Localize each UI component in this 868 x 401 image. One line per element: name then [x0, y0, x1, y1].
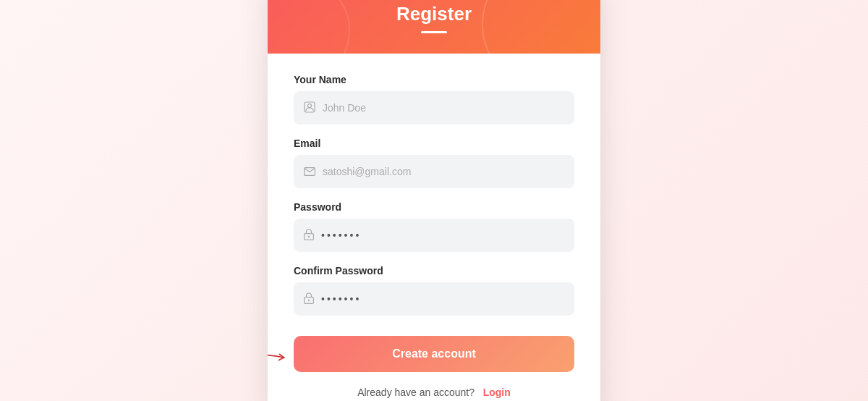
svg-point-1	[308, 104, 312, 107]
confirm-password-input[interactable]	[321, 293, 564, 305]
confirm-password-label: Confirm Password	[294, 265, 574, 277]
name-label: Your Name	[294, 74, 574, 85]
create-account-button[interactable]: Create account	[294, 336, 574, 372]
email-field-group: Email	[294, 138, 574, 188]
svg-point-4	[308, 235, 310, 237]
already-account-text: Already have an account?	[357, 387, 475, 398]
confirm-password-field-group: Confirm Password	[294, 265, 574, 316]
password-label: Password	[294, 201, 574, 213]
email-label: Email	[294, 138, 574, 149]
submit-button-container: Create account	[294, 329, 574, 387]
card-header: Register	[268, 0, 600, 54]
name-input-wrapper	[294, 91, 574, 124]
password-field-group: Password	[294, 201, 574, 252]
login-link[interactable]: Login	[483, 387, 511, 398]
email-input-wrapper	[294, 155, 574, 188]
confirm-password-input-wrapper	[294, 282, 574, 316]
page-title: Register	[297, 3, 571, 25]
lock-icon	[304, 229, 314, 242]
name-field-group: Your Name	[294, 74, 574, 124]
password-input-wrapper	[294, 219, 574, 252]
email-icon	[304, 166, 315, 178]
user-icon	[304, 101, 315, 115]
svg-point-6	[308, 299, 310, 300]
arrow-annotation	[268, 347, 294, 368]
header-underline	[421, 31, 447, 33]
lock-confirm-icon	[304, 292, 314, 306]
card-body: Your Name Email	[268, 54, 600, 401]
name-input[interactable]	[323, 102, 564, 114]
footer-text: Already have an account? Login	[294, 387, 574, 398]
email-input[interactable]	[323, 166, 564, 177]
password-input[interactable]	[321, 229, 564, 241]
register-card: Register Your Name Email	[268, 0, 600, 401]
